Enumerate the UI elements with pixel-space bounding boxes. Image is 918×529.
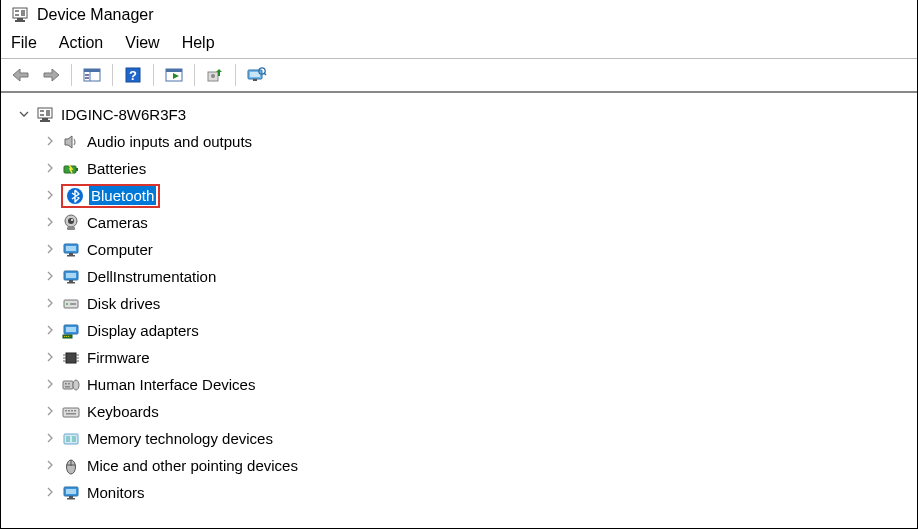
svg-rect-62 [65, 386, 70, 388]
svg-rect-1 [15, 10, 19, 12]
speaker-icon [61, 132, 81, 152]
svg-rect-41 [69, 280, 73, 282]
scan-hardware-button[interactable] [160, 63, 188, 87]
svg-rect-65 [65, 410, 67, 412]
tree-item-bluetooth[interactable]: Bluetooth [7, 182, 911, 209]
svg-rect-4 [17, 18, 23, 20]
svg-point-44 [66, 303, 68, 305]
tree-item-dellinstrumentation[interactable]: DellInstrumentation [7, 263, 911, 290]
svg-rect-38 [67, 255, 75, 257]
svg-rect-36 [66, 246, 76, 251]
battery-icon [61, 159, 81, 179]
show-hide-console-tree-button[interactable] [78, 63, 106, 87]
tree-item-label: Keyboards [85, 403, 159, 420]
svg-rect-29 [76, 168, 78, 171]
svg-rect-52 [66, 353, 76, 363]
expander-icon[interactable] [17, 109, 31, 121]
menu-file[interactable]: File [11, 34, 37, 52]
svg-rect-67 [71, 410, 73, 412]
svg-rect-14 [166, 69, 182, 72]
svg-rect-7 [84, 69, 100, 72]
tree-item-memtech[interactable]: Memory technology devices [7, 425, 911, 452]
svg-text:?: ? [129, 68, 137, 83]
expander-icon[interactable] [43, 298, 57, 310]
svg-rect-69 [66, 413, 76, 415]
svg-rect-77 [66, 489, 76, 494]
monitor-icon [61, 483, 81, 503]
expander-icon[interactable] [43, 433, 57, 445]
expander-icon[interactable] [43, 163, 57, 175]
svg-point-33 [71, 219, 73, 221]
svg-rect-37 [69, 253, 73, 255]
expander-icon[interactable] [43, 352, 57, 364]
tree-item-batteries[interactable]: Batteries [7, 155, 911, 182]
expander-icon[interactable] [43, 406, 57, 418]
expander-icon[interactable] [43, 244, 57, 256]
svg-rect-18 [250, 72, 260, 77]
svg-rect-61 [68, 383, 70, 385]
tree-item-label: Human Interface Devices [85, 376, 255, 393]
expander-icon[interactable] [43, 271, 57, 283]
tree-item-diskdrives[interactable]: Disk drives [7, 290, 911, 317]
menu-action[interactable]: Action [59, 34, 103, 52]
expander-icon[interactable] [43, 487, 57, 499]
hid-icon [61, 375, 81, 395]
tree-item-audio[interactable]: Audio inputs and outputs [7, 128, 911, 155]
monitor-icon [61, 267, 81, 287]
svg-rect-47 [66, 327, 76, 332]
tree-item-label: Cameras [85, 214, 148, 231]
tree-item-firmware[interactable]: Firmware [7, 344, 911, 371]
svg-rect-59 [63, 381, 73, 389]
tree-item-mice[interactable]: Mice and other pointing devices [7, 452, 911, 479]
menu-view[interactable]: View [125, 34, 159, 52]
tree-item-label: Audio inputs and outputs [85, 133, 252, 150]
add-legacy-hardware-button[interactable] [242, 63, 270, 87]
svg-rect-42 [67, 282, 75, 284]
toolbar-separator [112, 64, 113, 86]
tree-item-label: Memory technology devices [85, 430, 273, 447]
toolbar-separator [71, 64, 72, 86]
svg-line-21 [264, 73, 266, 75]
toolbar-separator [153, 64, 154, 86]
svg-rect-34 [67, 227, 75, 230]
device-tree: IDGINC-8W6R3F3 Audio inputs and outputs … [1, 93, 917, 514]
svg-rect-78 [69, 496, 73, 498]
tree-item-monitors[interactable]: Monitors [7, 479, 911, 506]
tree-item-label: Batteries [85, 160, 146, 177]
tree-item-display[interactable]: Display adapters [7, 317, 911, 344]
expander-icon[interactable] [43, 217, 57, 229]
forward-button[interactable] [37, 63, 65, 87]
svg-rect-25 [46, 110, 50, 116]
window-title: Device Manager [37, 6, 154, 24]
svg-rect-3 [21, 10, 25, 16]
expander-icon[interactable] [43, 460, 57, 472]
svg-rect-71 [66, 436, 70, 442]
tree-item-cameras[interactable]: Cameras [7, 209, 911, 236]
svg-rect-40 [66, 273, 76, 278]
svg-point-32 [68, 218, 74, 224]
svg-rect-45 [70, 303, 76, 305]
svg-rect-64 [63, 408, 79, 417]
tree-item-hid[interactable]: Human Interface Devices [7, 371, 911, 398]
tree-item-label: Firmware [85, 349, 150, 366]
tree-root-label: IDGINC-8W6R3F3 [59, 106, 186, 123]
expander-icon[interactable] [43, 190, 57, 202]
back-button[interactable] [7, 63, 35, 87]
svg-rect-72 [72, 436, 76, 442]
svg-rect-66 [68, 410, 70, 412]
expander-icon[interactable] [43, 136, 57, 148]
expander-icon[interactable] [43, 325, 57, 337]
expander-icon[interactable] [43, 379, 57, 391]
help-button[interactable]: ? [119, 63, 147, 87]
tree-item-keyboards[interactable]: Keyboards [7, 398, 911, 425]
update-driver-button[interactable] [201, 63, 229, 87]
tree-item-label: Disk drives [85, 295, 160, 312]
tree-item-computer[interactable]: Computer [7, 236, 911, 263]
computer-icon [35, 105, 55, 125]
mouse-icon [61, 456, 81, 476]
svg-rect-60 [65, 383, 67, 385]
menu-help[interactable]: Help [182, 34, 215, 52]
toolbar-separator [194, 64, 195, 86]
svg-rect-50 [66, 336, 67, 337]
tree-root-row[interactable]: IDGINC-8W6R3F3 [7, 101, 911, 128]
